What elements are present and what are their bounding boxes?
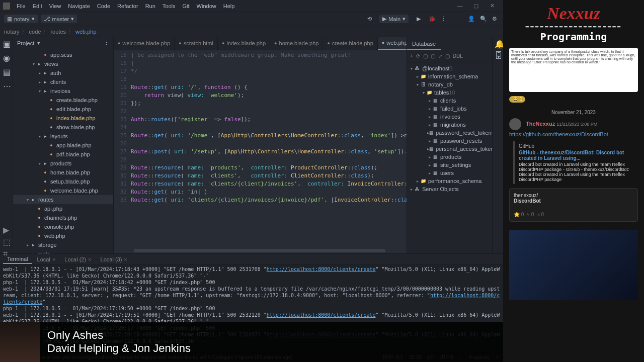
- db-tree-node[interactable]: ▸▦failed_jobs: [407, 105, 492, 113]
- file-node[interactable]: ●app.scss: [13, 50, 113, 59]
- horizontal-scrollbar[interactable]: [134, 249, 385, 252]
- folder-node[interactable]: ▾▸views: [13, 59, 113, 68]
- db-toolbar-button[interactable]: DDL: [453, 53, 463, 59]
- code-editor[interactable]: 15161718192021222324252627282930313233 |…: [114, 50, 407, 253]
- menu-file[interactable]: File: [13, 3, 29, 9]
- file-node[interactable]: ●console.php: [13, 222, 113, 231]
- more-tools-icon[interactable]: ⋯: [3, 81, 10, 88]
- db-tree-node[interactable]: ▸▦password_reset_tokens: [407, 129, 492, 137]
- menu-help[interactable]: Help: [220, 3, 238, 9]
- editor-tab[interactable]: ●home.blade.php: [270, 37, 323, 50]
- services-tool-icon[interactable]: ⌗: [3, 249, 10, 256]
- folder-node[interactable]: ▸▸clients: [13, 77, 113, 86]
- file-node[interactable]: ●web.php: [13, 231, 113, 240]
- folder-node[interactable]: ▸▸auth: [13, 68, 113, 77]
- db-tree-node[interactable]: ▸📁information_schema: [407, 72, 492, 80]
- db-toolbar-button[interactable]: ⟳: [416, 53, 420, 59]
- window-minimize-icon[interactable]: —: [452, 3, 468, 9]
- menu-view[interactable]: View: [46, 3, 65, 9]
- database-tab[interactable]: Database: [407, 39, 441, 50]
- db-tree-node[interactable]: ▾🖧@localhost 3: [407, 64, 492, 72]
- window-maximize-icon[interactable]: ▢: [468, 3, 484, 9]
- db-tree-node[interactable]: ▾📁tables 10: [407, 88, 492, 97]
- db-tree-node[interactable]: ▸🖧Server Objects: [407, 185, 492, 193]
- debug-button-icon[interactable]: 🐞: [429, 16, 436, 23]
- repo-card[interactable]: thenexxuz/DiscordBot ⭐ 0 ⑂ 0 ◉ 0: [509, 188, 638, 222]
- file-node[interactable]: ●api.php: [13, 204, 113, 213]
- file-node[interactable]: ●welcome.blade.php: [13, 186, 113, 195]
- terminal-tab[interactable]: Local×: [33, 255, 60, 263]
- db-tree-node[interactable]: ▸▦personal_access_token: [407, 145, 492, 153]
- git-branch-dropdown[interactable]: ⎇ master ▾: [41, 15, 77, 23]
- window-close-icon[interactable]: ✕: [484, 3, 500, 9]
- file-node[interactable]: ●setup.blade.php: [13, 177, 113, 186]
- terminal-tab[interactable]: Local (2)×: [60, 255, 95, 263]
- terminal-tab[interactable]: Local (3)×: [97, 255, 131, 263]
- breadcrumb-segment[interactable]: notary: [4, 29, 20, 35]
- folder-node[interactable]: ▾▸layouts: [13, 132, 113, 141]
- db-toolbar-button[interactable]: ▢: [423, 53, 428, 59]
- editor-tab[interactable]: ●welcome.blade.php: [114, 37, 175, 50]
- db-tree-node[interactable]: ▸▦clients: [407, 97, 492, 105]
- menu-navigate[interactable]: Navigate: [64, 3, 93, 9]
- file-node[interactable]: ●show.blade.php: [13, 123, 113, 132]
- db-tree-node[interactable]: ▸▦invoices: [407, 113, 492, 121]
- search-icon[interactable]: 🔍: [480, 16, 487, 23]
- folder-node[interactable]: ▾▸invoices: [13, 86, 113, 96]
- database-tree[interactable]: ▾🖧@localhost 3▸📁information_schema▾🗄nota…: [407, 62, 492, 253]
- project-tool-icon[interactable]: ▣: [3, 39, 10, 46]
- folder-node[interactable]: ▾▸routes: [13, 195, 113, 204]
- chat-username[interactable]: TheNexxuz: [526, 121, 555, 127]
- db-tree-node[interactable]: ▸▦password_resets: [407, 137, 492, 145]
- commit-tool-icon[interactable]: ◉: [3, 53, 10, 60]
- gear-icon[interactable]: ⚙: [492, 16, 499, 23]
- db-toolbar-button[interactable]: ⤢: [438, 53, 442, 59]
- run-button-icon[interactable]: ▶: [417, 16, 424, 23]
- project-dropdown[interactable]: ▦ notary ▾: [4, 15, 38, 23]
- code-with-me-icon[interactable]: 👤: [468, 16, 475, 23]
- db-toolbar-button[interactable]: ▢: [445, 53, 450, 59]
- embed-title[interactable]: GitHub - thenexxuz/DiscordBot: Discord b…: [519, 150, 634, 161]
- file-node[interactable]: ●create.blade.php: [13, 96, 113, 105]
- code-content[interactable]: | be assigned to the "web" middleware gr…: [131, 50, 407, 253]
- db-tree-node[interactable]: ▸▦site_settings: [407, 161, 492, 169]
- menu-code[interactable]: Code: [94, 3, 114, 9]
- notifications-icon[interactable]: 🔔: [495, 39, 502, 46]
- file-node[interactable]: ●index.blade.php: [13, 114, 113, 123]
- reaction-badge[interactable]: 😂 1: [509, 96, 525, 103]
- db-tree-node[interactable]: ▸▦migrations: [407, 121, 492, 129]
- more-icon[interactable]: ⋮: [441, 16, 448, 23]
- breadcrumb-segment[interactable]: code: [29, 29, 41, 35]
- menu-refactor[interactable]: Refactor: [114, 3, 142, 9]
- editor-tab[interactable]: ●scratch.html: [175, 37, 218, 50]
- file-tree[interactable]: ●app.scss▾▸views▸▸auth▸▸clients▾▸invoice…: [13, 49, 113, 253]
- structure-tool-icon[interactable]: ▤: [3, 67, 10, 74]
- terminal-tool-icon[interactable]: ⬚: [3, 237, 10, 244]
- db-tree-node[interactable]: ▾🗄notary_db: [407, 80, 492, 88]
- editor-tab[interactable]: ●web.php×: [378, 37, 407, 50]
- database-tool-icon[interactable]: 🗄: [495, 51, 502, 58]
- db-tree-node[interactable]: ▸▦users: [407, 169, 492, 177]
- db-toolbar-button[interactable]: +: [410, 53, 413, 59]
- file-node[interactable]: ●home.blade.php: [13, 168, 113, 177]
- file-node[interactable]: ●edit.blade.php: [13, 105, 113, 114]
- breadcrumb-segment[interactable]: web.php: [75, 29, 97, 35]
- run-tool-icon[interactable]: ▶: [3, 225, 10, 232]
- editor-tab[interactable]: ●index.blade.php: [218, 37, 270, 50]
- db-tree-node[interactable]: ▸📁performance_schema: [407, 177, 492, 185]
- file-node[interactable]: ●channels.php: [13, 213, 113, 222]
- run-config-dropdown[interactable]: ▶ Main ▾: [379, 15, 409, 23]
- file-node[interactable]: ●app.blade.php: [13, 141, 113, 150]
- chat-link[interactable]: https://github.com/thenexxuz/DiscordBot: [509, 131, 638, 137]
- menu-edit[interactable]: Edit: [29, 3, 46, 9]
- menu-window[interactable]: Window: [193, 3, 220, 9]
- breadcrumb-segment[interactable]: routes: [50, 29, 66, 35]
- file-node[interactable]: ●pdf.blade.php: [13, 150, 113, 159]
- db-tree-node[interactable]: ▸▦products: [407, 153, 492, 161]
- menu-tools[interactable]: Tools: [159, 3, 179, 9]
- folder-node[interactable]: ▸▸storage: [13, 240, 113, 249]
- settings-sync-icon[interactable]: ⟲: [367, 16, 374, 23]
- folder-node[interactable]: ▸▸products: [13, 159, 113, 168]
- db-toolbar-button[interactable]: ▢: [431, 53, 435, 59]
- menu-run[interactable]: Run: [142, 3, 159, 9]
